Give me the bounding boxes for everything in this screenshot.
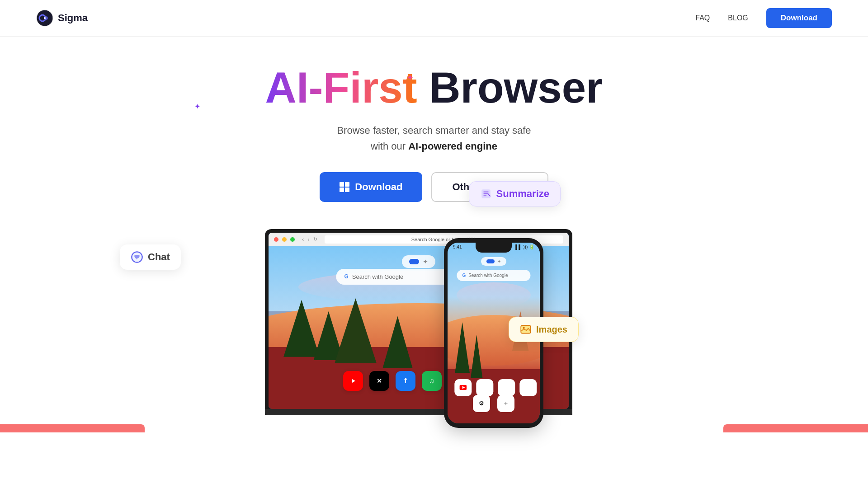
images-badge[interactable]: Images: [509, 317, 579, 342]
phone-settings-icon[interactable]: ⚙: [473, 395, 490, 412]
windows-icon: [340, 182, 349, 192]
x-icon[interactable]: ✕: [369, 371, 389, 391]
hero-title-gradient: AI-First: [265, 63, 417, 112]
phone-notch: [476, 243, 512, 253]
tl-yellow: [282, 237, 287, 242]
nav-links: FAQ BLOG Download: [695, 8, 832, 28]
subtitle-bold: AI-powered engine: [408, 141, 497, 152]
phone-youtube-icon[interactable]: [454, 379, 472, 396]
sigma-logo-icon: [36, 9, 53, 27]
phone-x-icon[interactable]: ✕: [476, 379, 493, 396]
nav-download-button[interactable]: Download: [766, 8, 832, 28]
navbar: Sigma FAQ BLOG Download: [0, 0, 868, 37]
phone-settings-row: ⚙ +: [473, 395, 514, 412]
phone-facebook-icon[interactable]: f: [498, 379, 515, 396]
subtitle-line2-normal: with our: [371, 141, 408, 152]
logo[interactable]: Sigma: [36, 9, 88, 27]
laptop-toggle-bar: ✦: [402, 255, 435, 268]
chat-label: Chat: [148, 251, 170, 263]
hero-subtitle: Browse faster, search smarter and stay s…: [18, 122, 850, 154]
google-g-icon: G: [344, 273, 348, 280]
bottom-bar-right: [723, 424, 868, 432]
phone-toggle-bar: ✦: [481, 257, 506, 266]
nav-refresh[interactable]: ↻: [313, 236, 317, 242]
toggle-dot: [409, 259, 419, 264]
chat-badge[interactable]: Chat: [120, 244, 181, 270]
tl-red: [274, 237, 278, 242]
summarize-icon: [480, 188, 492, 200]
svg-point-3: [44, 17, 46, 19]
nav-back[interactable]: ‹: [302, 236, 304, 243]
summarize-label: Summarize: [496, 188, 549, 200]
hero-title: AI-First Browser: [18, 64, 850, 112]
facebook-icon[interactable]: f: [396, 371, 415, 391]
nav-forward[interactable]: ›: [307, 236, 309, 243]
summarize-badge[interactable]: Summarize: [469, 181, 561, 206]
download-label: Download: [355, 181, 402, 193]
chat-icon: [131, 251, 143, 263]
phone-search-bar[interactable]: G Search with Google: [457, 270, 530, 281]
cta-buttons: Download Other Platforms: [18, 172, 850, 202]
phone-search-text: Search with Google: [468, 273, 508, 278]
hero-section: ✦ ✦ AI-First Browser Browse faster, sear…: [0, 37, 868, 432]
brand-name: Sigma: [58, 12, 88, 24]
toggle-star: ✦: [423, 258, 428, 265]
tl-green: [290, 237, 295, 242]
phone-app-icons: ✕ f ♫: [454, 379, 533, 396]
youtube-icon[interactable]: [343, 371, 363, 391]
images-label: Images: [536, 324, 567, 335]
phone-toggle-star: ✦: [497, 259, 501, 264]
download-button[interactable]: Download: [320, 172, 422, 202]
phone-status-icons: ▌▌ ))) 🔋: [515, 244, 534, 249]
phone-clouds: [457, 282, 530, 308]
phone-time: 9:41: [453, 244, 462, 249]
phone-spotify-icon[interactable]: ♫: [519, 379, 537, 396]
images-icon: [520, 324, 532, 335]
laptop-search-text: Search with Google: [352, 273, 403, 280]
phone-toggle-dot: [486, 259, 495, 263]
bottom-bar-left: [0, 424, 145, 432]
phone-add-icon[interactable]: +: [497, 395, 514, 412]
subtitle-line1: Browse faster, search smarter and stay s…: [337, 125, 531, 136]
spotify-icon[interactable]: ♫: [422, 371, 442, 391]
hero-title-normal: Browser: [429, 63, 603, 112]
nav-blog[interactable]: BLOG: [728, 14, 748, 22]
phone-google-icon: G: [462, 273, 466, 278]
nav-faq[interactable]: FAQ: [695, 14, 710, 22]
